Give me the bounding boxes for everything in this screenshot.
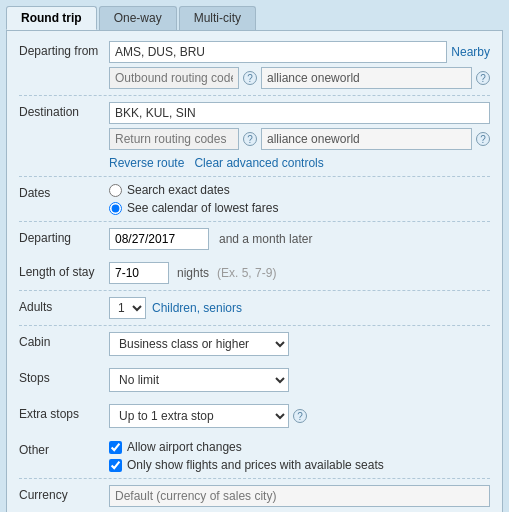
links-row: Reverse route Clear advanced controls [109, 156, 490, 170]
departing-date-label: Departing [19, 228, 109, 245]
length-of-stay-inputs: nights (Ex. 5, 7-9) [109, 262, 490, 284]
tab-bar: Round trip One-way Multi-city [6, 6, 503, 30]
clear-advanced-link[interactable]: Clear advanced controls [194, 156, 323, 170]
destination-label: Destination [19, 102, 109, 119]
return-alliance-help-icon[interactable]: ? [476, 132, 490, 146]
date-row-inline: and a month later [109, 228, 490, 250]
cabin-label: Cabin [19, 332, 109, 349]
search-exact-text: Search exact dates [127, 183, 230, 197]
other-inputs: Allow airport changes Only show flights … [109, 440, 490, 472]
extra-stops-help-icon[interactable]: ? [293, 409, 307, 423]
form-panel: Departing from Nearby ? ? Destination [6, 30, 503, 512]
extra-stops-inline: Up to 1 extra stop No extra stops Up to … [109, 404, 490, 428]
extra-stops-row: Extra stops Up to 1 extra stop No extra … [19, 404, 490, 434]
return-routing-input[interactable] [109, 128, 239, 150]
tab-multi-city[interactable]: Multi-city [179, 6, 256, 30]
departing-date-input[interactable] [109, 228, 209, 250]
destination-input[interactable] [109, 102, 490, 124]
main-container: Round trip One-way Multi-city Departing … [0, 0, 509, 512]
nights-row: nights (Ex. 5, 7-9) [109, 262, 490, 284]
return-alliance-input[interactable] [261, 128, 472, 150]
search-exact-radio[interactable] [109, 184, 122, 197]
cabin-select[interactable]: Business class or higher Economy Premium… [109, 332, 289, 356]
search-exact-label[interactable]: Search exact dates [109, 183, 490, 197]
stops-label: Stops [19, 368, 109, 385]
nearby-link[interactable]: Nearby [451, 45, 490, 59]
destination-row: Destination ? ? Reverse route Clear adva… [19, 102, 490, 177]
adults-inputs: 1 2 3 4 Children, seniors [109, 297, 490, 319]
outbound-alliance-help-icon[interactable]: ? [476, 71, 490, 85]
allow-airport-checkbox[interactable] [109, 441, 122, 454]
allow-airport-text: Allow airport changes [127, 440, 242, 454]
and-month-text: and a month later [219, 232, 312, 246]
return-help-icon[interactable]: ? [243, 132, 257, 146]
length-of-stay-row: Length of stay nights (Ex. 5, 7-9) [19, 262, 490, 291]
departing-date-inputs: and a month later [109, 228, 490, 250]
currency-inputs [109, 485, 490, 507]
children-seniors-link[interactable]: Children, seniors [152, 301, 242, 315]
stops-inputs: No limit Direct Up to 1 stop Up to 2 sto… [109, 368, 490, 392]
departing-from-row: Departing from Nearby ? ? [19, 41, 490, 96]
departing-top-row: Nearby [109, 41, 490, 63]
ex-label-text: (Ex. 5, 7-9) [217, 266, 276, 280]
other-row: Other Allow airport changes Only show fl… [19, 440, 490, 479]
cabin-row: Cabin Business class or higher Economy P… [19, 332, 490, 362]
currency-input[interactable] [109, 485, 490, 507]
adults-row: Adults 1 2 3 4 Children, seniors [19, 297, 490, 326]
currency-label: Currency [19, 485, 109, 502]
see-calendar-label[interactable]: See calendar of lowest fares [109, 201, 490, 215]
length-of-stay-label: Length of stay [19, 262, 109, 279]
tab-one-way[interactable]: One-way [99, 6, 177, 30]
outbound-alliance-input[interactable] [261, 67, 472, 89]
currency-row: Currency [19, 485, 490, 512]
stops-select[interactable]: No limit Direct Up to 1 stop Up to 2 sto… [109, 368, 289, 392]
stops-row: Stops No limit Direct Up to 1 stop Up to… [19, 368, 490, 398]
nights-input[interactable] [109, 262, 169, 284]
extra-stops-label: Extra stops [19, 404, 109, 421]
only-available-checkbox[interactable] [109, 459, 122, 472]
outbound-routing-input[interactable] [109, 67, 239, 89]
departing-from-label: Departing from [19, 41, 109, 58]
adults-inline: 1 2 3 4 Children, seniors [109, 297, 490, 319]
adults-select[interactable]: 1 2 3 4 [109, 297, 146, 319]
nights-label-text: nights [177, 266, 209, 280]
allow-airport-label[interactable]: Allow airport changes [109, 440, 490, 454]
departing-from-input[interactable] [109, 41, 447, 63]
destination-inputs: ? ? Reverse route Clear advanced control… [109, 102, 490, 170]
return-routing-row: ? ? [109, 128, 490, 150]
tab-round-trip[interactable]: Round trip [6, 6, 97, 30]
dates-row: Dates Search exact dates See calendar of… [19, 183, 490, 222]
outbound-routing-row: ? ? [109, 67, 490, 89]
departing-date-row: Departing and a month later [19, 228, 490, 256]
reverse-route-link[interactable]: Reverse route [109, 156, 184, 170]
departing-from-inputs: Nearby ? ? [109, 41, 490, 89]
other-label: Other [19, 440, 109, 457]
dates-label: Dates [19, 183, 109, 200]
only-available-label[interactable]: Only show flights and prices with availa… [109, 458, 490, 472]
extra-stops-inputs: Up to 1 extra stop No extra stops Up to … [109, 404, 490, 428]
extra-stops-select[interactable]: Up to 1 extra stop No extra stops Up to … [109, 404, 289, 428]
only-available-text: Only show flights and prices with availa… [127, 458, 384, 472]
see-calendar-radio[interactable] [109, 202, 122, 215]
outbound-help-icon[interactable]: ? [243, 71, 257, 85]
dates-inputs: Search exact dates See calendar of lowes… [109, 183, 490, 215]
cabin-inputs: Business class or higher Economy Premium… [109, 332, 490, 356]
see-calendar-text: See calendar of lowest fares [127, 201, 278, 215]
dates-radio-group: Search exact dates See calendar of lowes… [109, 183, 490, 215]
adults-label: Adults [19, 297, 109, 314]
